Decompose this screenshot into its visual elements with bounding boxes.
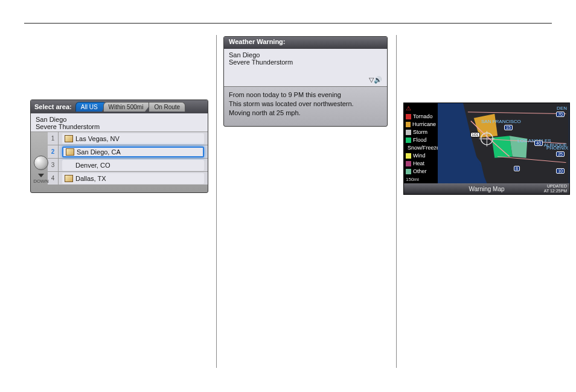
map-title: Warning Map [469, 186, 504, 192]
map-icon [65, 175, 73, 182]
column-divider [216, 35, 217, 368]
area-tabs: All US Within 500mi On Route [75, 102, 185, 112]
weather-warning-header: Weather Warning: [224, 37, 387, 49]
warning-body: From noon today to 9 PM this evening Thi… [224, 87, 387, 121]
warning-map-panel: ⚠ Tornado Hurricane Storm Flood Snow/Fre… [403, 103, 570, 195]
selected-area-info: San Diego Severe Thunderstorm [31, 113, 208, 132]
map-label-sf: SAN FRANCISCO [481, 119, 521, 124]
legend-row: Tornado [406, 113, 436, 120]
map-icon [65, 135, 73, 142]
map-icon [66, 148, 74, 156]
map-footer: Warning Map UPDATED AT 12:25PM [404, 183, 569, 194]
column-divider [396, 35, 397, 368]
legend-row: Storm [406, 128, 436, 136]
down-label: DOWN [33, 179, 48, 184]
info-event: Severe Thunderstorm [36, 123, 203, 130]
list-item[interactable]: 3 Denver, CO [48, 159, 208, 172]
legend-row: Wind [406, 152, 436, 159]
select-area-header: Select area: All US Within 500mi On Rout… [31, 100, 208, 113]
legend-row: Hurricane [406, 121, 436, 128]
interstate-badge: 8 [514, 166, 520, 171]
speaker-icon[interactable]: ▽🔊 [369, 76, 382, 84]
select-area-panel: Select area: All US Within 500mi On Rout… [30, 100, 208, 193]
warning-summary: San Diego Severe Thunderstorm ▽🔊 [224, 49, 387, 87]
updated-label: UPDATED [547, 184, 567, 188]
map-area[interactable]: SAN FRANCISCO LOS ANGELES PHOENIX ALBUQU… [438, 103, 569, 183]
interstate-badge: 25 [556, 151, 565, 157]
warning-event: Severe Thunderstorm [229, 58, 382, 66]
map-label-de: DEN [557, 106, 567, 111]
route-badge: 101 [470, 132, 480, 138]
tab-on-route[interactable]: On Route [149, 102, 185, 112]
tab-within-500mi[interactable]: Within 500mi [103, 102, 153, 112]
list-item[interactable]: 2 San Diego, CA [48, 145, 208, 159]
list-item[interactable]: 4 Dallas, TX [48, 172, 208, 185]
legend-row: Flood [406, 136, 436, 144]
map-label-alb: ALBUQUE [544, 142, 567, 148]
legend-row: Heat [406, 160, 436, 167]
scroll-knob[interactable] [34, 156, 48, 170]
list-item[interactable]: 1 Las Vegas, NV [48, 132, 208, 145]
warning-city: San Diego [229, 51, 382, 58]
updated-time: AT 12:25PM [544, 189, 567, 193]
chevron-down-icon [38, 174, 44, 177]
svg-marker-3 [491, 136, 512, 157]
scale-label: 150mi [406, 177, 419, 182]
legend-row: Snow/Freeze [406, 144, 436, 151]
divider-rule [24, 23, 552, 24]
tab-all-us[interactable]: All US [75, 102, 107, 112]
interstate-badge: 15 [504, 125, 513, 130]
weather-warning-panel: Weather Warning: San Diego Severe Thunde… [223, 36, 388, 127]
interstate-badge: 70 [556, 112, 565, 117]
interstate-badge: 10 [556, 168, 565, 174]
legend-row: Other [406, 168, 436, 175]
info-city: San Diego [36, 116, 203, 123]
map-legend: ⚠ Tornado Hurricane Storm Flood Snow/Fre… [404, 103, 438, 183]
interstate-badge: 40 [534, 141, 543, 146]
select-area-title: Select area: [34, 103, 72, 110]
area-list: 1 Las Vegas, NV 2 San Diego, CA 3 Denver… [48, 132, 208, 185]
